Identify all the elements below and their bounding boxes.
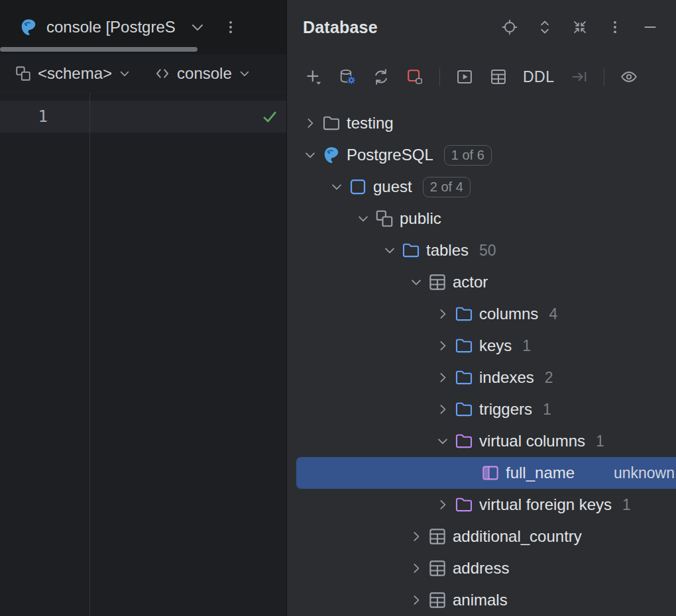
chevron-collapsed-icon[interactable]	[431, 489, 454, 521]
tab-console[interactable]: console [PostgreS	[19, 17, 206, 37]
refresh-button[interactable]	[372, 68, 390, 86]
chevron-collapsed-icon[interactable]	[431, 298, 454, 330]
item-count: 1	[596, 433, 604, 450]
tab-chevron-down-icon[interactable]	[189, 19, 206, 36]
view-options-button[interactable]	[620, 68, 638, 86]
ddl-button[interactable]: DDL	[523, 68, 555, 86]
schema-selector[interactable]: <schema>	[15, 64, 131, 83]
chevron-collapsed-icon[interactable]	[405, 584, 427, 616]
chevron-expanded-icon[interactable]	[378, 234, 401, 266]
database-tree: testingPostgreSQL1 of 6guest2 of 4public…	[287, 99, 676, 616]
tab-scrollbar-thumb[interactable]	[0, 47, 197, 52]
tree-item-columns[interactable]: columns4	[287, 298, 676, 330]
hide-panel-icon[interactable]	[642, 19, 659, 36]
tree-item-label: virtual columns	[479, 432, 585, 450]
tree-item-virtual-columns[interactable]: virtual columns1	[287, 425, 676, 457]
chevron-collapsed-icon[interactable]	[431, 330, 454, 362]
tree-item-animals[interactable]: animals	[287, 584, 676, 616]
app-window: console [PostgreS <schema> console 1	[0, 0, 676, 616]
tree-item-virtual-foreign-keys[interactable]: virtual foreign keys1	[287, 489, 676, 521]
schema-selector-label: <schema>	[38, 64, 112, 83]
collapse-all-icon[interactable]	[571, 19, 589, 36]
chevron-spacer	[458, 457, 480, 489]
folder-blue-icon	[454, 393, 479, 425]
item-count: 50	[479, 242, 496, 260]
goto-ddl-button[interactable]	[570, 68, 589, 86]
chevron-expanded-icon[interactable]	[299, 139, 321, 171]
folder-purple-icon	[454, 489, 479, 521]
tree-item-label: PostgreSQL	[347, 146, 433, 164]
toolbar-separator	[604, 68, 604, 86]
chevron-expanded-icon[interactable]	[352, 203, 374, 234]
chevron-collapsed-icon[interactable]	[405, 521, 427, 552]
folder-blue-icon	[454, 362, 479, 393]
panel-header-actions	[501, 19, 659, 36]
tree-item-label: columns	[479, 305, 538, 323]
chevron-collapsed-icon[interactable]	[299, 107, 321, 139]
tree-item-additional-country[interactable]: additional_country	[287, 521, 676, 552]
chevron-expanded-icon[interactable]	[431, 425, 454, 457]
postgresql-icon	[19, 17, 38, 37]
folder-blue-icon	[454, 298, 479, 330]
current-line-highlight: 1	[0, 101, 286, 132]
session-selector[interactable]: console	[154, 64, 251, 83]
tree-item-label: additional_country	[453, 527, 582, 546]
tree-item-label: actor	[453, 273, 488, 291]
detach-data-source-button[interactable]	[406, 68, 424, 86]
data-source-properties-button[interactable]	[338, 68, 357, 86]
chevron-expanded-icon[interactable]	[325, 171, 348, 203]
tree-item-label: tables	[426, 241, 469, 260]
gutter-divider	[89, 93, 90, 616]
schema-icon	[15, 65, 32, 82]
database-toolbar: DDL	[287, 54, 676, 99]
tree-item-triggers[interactable]: triggers1	[287, 393, 676, 425]
tree-item-label: indexes	[479, 368, 534, 387]
options-kebab-icon[interactable]	[606, 19, 624, 36]
tree-item-postgresql[interactable]: PostgreSQL1 of 6	[287, 139, 676, 171]
folder-blue-icon	[401, 234, 426, 266]
expand-all-icon[interactable]	[536, 19, 553, 36]
item-count: 1	[622, 496, 631, 514]
panel-title: Database	[303, 18, 378, 37]
locate-icon[interactable]	[501, 19, 518, 36]
chevron-collapsed-icon[interactable]	[431, 362, 454, 393]
tree-item-full-name[interactable]: full_nameunknown	[296, 457, 676, 489]
database-panel: Database DDL testingPostgreSQL1 of 6gues…	[286, 0, 676, 616]
tree-item-actor[interactable]: actor	[287, 266, 676, 298]
tree-item-address[interactable]: address	[287, 552, 676, 584]
column-purple-icon	[480, 457, 506, 489]
chevron-down-icon	[118, 67, 131, 80]
tree-item-label: animals	[453, 591, 508, 609]
table-icon	[427, 552, 453, 584]
table-icon	[427, 521, 453, 552]
tab-options-kebab-icon[interactable]	[222, 19, 239, 36]
tree-item-indexes[interactable]: indexes2	[287, 362, 676, 393]
sql-editor[interactable]: 1	[0, 93, 286, 616]
new-item-button[interactable]	[304, 68, 323, 86]
item-count: 1	[522, 337, 531, 355]
jump-to-query-console-button[interactable]	[455, 68, 474, 86]
chevron-expanded-icon[interactable]	[405, 266, 427, 298]
tree-item-tables[interactable]: tables50	[287, 234, 676, 266]
editor-tab-bar: console [PostgreS	[0, 0, 286, 54]
open-data-button[interactable]	[489, 68, 508, 86]
chevron-collapsed-icon[interactable]	[405, 552, 427, 584]
tree-item-guest[interactable]: guest2 of 4	[287, 171, 676, 203]
count-badge: 1 of 6	[444, 145, 492, 166]
tree-item-label: virtual foreign keys	[479, 495, 612, 514]
tree-item-keys[interactable]: keys1	[287, 330, 676, 362]
tree-item-public[interactable]: public	[287, 203, 676, 234]
column-type-label: unknown	[600, 464, 675, 482]
console-toolbar: <schema> console	[0, 54, 286, 93]
count-badge: 2 of 4	[423, 177, 471, 197]
tree-item-testing[interactable]: testing	[287, 107, 676, 139]
chevron-collapsed-icon[interactable]	[431, 393, 454, 425]
table-icon	[427, 584, 453, 616]
table-icon	[427, 266, 453, 298]
tree-item-label: address	[453, 559, 509, 578]
tree-item-label: full_name	[506, 464, 575, 482]
tree-item-label: guest	[373, 178, 412, 196]
console-session-icon	[154, 65, 171, 82]
tree-item-label: keys	[479, 336, 512, 355]
folder-blue-icon	[454, 330, 479, 362]
